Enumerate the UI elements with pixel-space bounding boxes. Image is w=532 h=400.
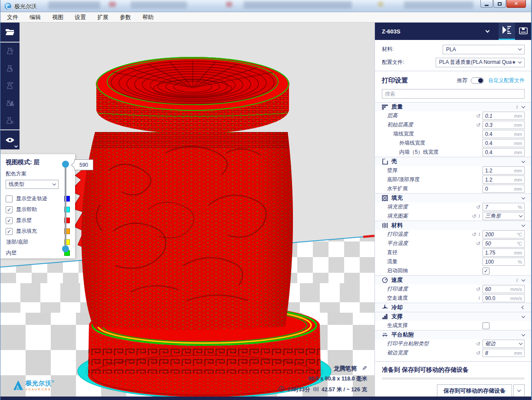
- print-device-button[interactable]: [515, 23, 532, 40]
- setting-input[interactable]: 0.1mm: [483, 112, 525, 120]
- chevron-down-icon[interactable]: [522, 195, 525, 199]
- app-logo-icon: [4, 3, 11, 10]
- section-header[interactable]: 支撑: [375, 312, 532, 321]
- reset-icon[interactable]: ↺: [476, 286, 480, 292]
- setting-input[interactable]: 0.4mm: [483, 130, 525, 138]
- legend-checkbox[interactable]: [6, 195, 13, 202]
- move-tool-icon: [6, 47, 14, 56]
- save-options-button[interactable]: [513, 384, 525, 397]
- setting-input[interactable]: 1.2mm: [483, 166, 525, 175]
- mirror-tool-button[interactable]: [0, 95, 20, 112]
- move-tool-button[interactable]: [0, 43, 20, 60]
- edit-name-icon[interactable]: ✎: [362, 365, 367, 372]
- minimize-button[interactable]: [480, 0, 493, 8]
- section-header[interactable]: 质量i: [375, 102, 532, 111]
- setting-input[interactable]: 7%: [483, 203, 525, 211]
- settings-search-input[interactable]: [382, 89, 525, 99]
- reset-icon[interactable]: ↺: [472, 231, 476, 238]
- setting-row: 层高↺0.1mm: [375, 111, 532, 120]
- legend-label: 显示填充: [16, 228, 64, 235]
- legend-checkbox[interactable]: ✓: [6, 228, 13, 235]
- per-model-settings-button[interactable]: [0, 112, 20, 129]
- slider-bottom-handle[interactable]: [62, 245, 69, 252]
- reset-icon[interactable]: ↺: [476, 122, 480, 128]
- slider-top-handle[interactable]: [62, 161, 69, 168]
- setting-input[interactable]: 0.4mm: [483, 139, 525, 147]
- printer-name[interactable]: Z-603S: [382, 28, 486, 35]
- setting-row: 打印温度↺i200°C: [375, 230, 532, 239]
- settings-panel: Z-603S 材料: PLA 配置文件: PLA 普通质量(PLA Normal…: [374, 23, 532, 397]
- material-select[interactable]: PLA: [443, 45, 525, 54]
- reset-icon[interactable]: ↺: [476, 204, 480, 210]
- reset-icon[interactable]: ↺: [476, 113, 480, 119]
- chevron-down-icon: [517, 388, 521, 392]
- legend-label: 内壁: [6, 249, 64, 257]
- info-icon[interactable]: i: [516, 277, 518, 284]
- recommended-custom-toggle[interactable]: [471, 77, 484, 84]
- setting-input[interactable]: 1.75mm: [483, 248, 525, 257]
- section-header[interactable]: 冷却: [375, 303, 532, 312]
- section-header[interactable]: 材料: [375, 221, 532, 230]
- view-mode-button[interactable]: [0, 130, 20, 149]
- reset-icon[interactable]: ↺: [472, 213, 476, 219]
- reset-icon[interactable]: ↺: [476, 350, 480, 356]
- close-button[interactable]: ✕: [506, 0, 526, 8]
- scale-tool-button[interactable]: [0, 60, 20, 77]
- menu-item[interactable]: 参数: [114, 12, 137, 22]
- setting-input[interactable]: 200°C: [483, 230, 525, 238]
- color-scheme-select[interactable]: 线类型: [6, 180, 59, 189]
- save-to-removable-button[interactable]: 保存到可移动的存储设备: [437, 384, 512, 397]
- section-header[interactable]: 速度i: [375, 275, 532, 284]
- menu-item[interactable]: 设置: [69, 12, 92, 22]
- chevron-down-icon[interactable]: [522, 332, 525, 336]
- info-icon[interactable]: i: [479, 231, 480, 238]
- section-header[interactable]: 平台粘附: [375, 330, 532, 339]
- setting-input[interactable]: 0.3mm: [483, 121, 525, 129]
- setting-checkbox[interactable]: [483, 322, 489, 329]
- slider-track[interactable]: [65, 164, 66, 249]
- reset-icon[interactable]: ↺: [476, 241, 480, 247]
- info-icon[interactable]: i: [479, 213, 480, 219]
- section-header[interactable]: 填充: [375, 193, 532, 202]
- reset-icon[interactable]: ↺: [476, 341, 480, 347]
- chevron-down-icon[interactable]: [522, 314, 525, 317]
- profile-select[interactable]: PLA 普通质量(PLA Normal Qua ★: [436, 58, 525, 67]
- maximize-button[interactable]: [493, 0, 506, 8]
- slice-view-button[interactable]: [499, 23, 515, 40]
- chevron-left-icon[interactable]: [522, 306, 525, 309]
- layer-range-slider[interactable]: 590: [62, 161, 69, 252]
- menu-item[interactable]: 帮助: [137, 12, 159, 22]
- setting-input[interactable]: 100%: [483, 258, 525, 266]
- info-icon[interactable]: i: [516, 104, 518, 110]
- viewport-3d[interactable]: 视图模式: 层 配色方案 线类型 显示空走轨迹✓显示帮助✓显示壁✓显示填充顶部/…: [0, 23, 374, 397]
- legend-checkbox[interactable]: ✓: [6, 206, 13, 213]
- chevron-down-icon[interactable]: [486, 29, 490, 33]
- menu-item[interactable]: 编辑: [24, 12, 46, 22]
- setting-input[interactable]: 60mm/s: [483, 285, 525, 293]
- setting-input[interactable]: 8mm: [483, 349, 525, 357]
- custom-profile-link[interactable]: 自定义配置文件: [488, 77, 525, 84]
- rotate-tool-button[interactable]: [0, 77, 20, 95]
- section-header[interactable]: 壳: [375, 157, 532, 166]
- setting-dropdown[interactable]: 裙边: [483, 340, 525, 348]
- setting-checkbox[interactable]: ✓: [483, 268, 489, 274]
- info-icon[interactable]: i: [479, 295, 480, 301]
- menu-item[interactable]: 文件: [1, 12, 24, 22]
- model-3d[interactable]: [70, 57, 331, 397]
- chevron-down-icon[interactable]: [522, 104, 525, 108]
- setting-dropdown[interactable]: 三角形: [483, 212, 525, 220]
- setting-unit: mm: [514, 113, 522, 119]
- setting-input[interactable]: 0mm: [483, 185, 525, 193]
- menu-item[interactable]: 扩展: [92, 12, 114, 22]
- setting-input[interactable]: 50°C: [483, 239, 525, 248]
- setting-input[interactable]: 90.0mm/s: [483, 294, 525, 302]
- chevron-down-icon[interactable]: [522, 159, 525, 162]
- chevron-down-icon[interactable]: [522, 278, 525, 281]
- open-file-button[interactable]: [0, 23, 20, 42]
- setting-input[interactable]: 1.2mm: [483, 175, 525, 184]
- legend-checkbox[interactable]: ✓: [6, 217, 13, 224]
- chevron-down-icon[interactable]: [522, 223, 525, 226]
- section-title: 平台粘附: [391, 331, 518, 339]
- setting-input[interactable]: 0.4mm: [483, 148, 525, 156]
- menu-item[interactable]: 视图: [46, 12, 69, 22]
